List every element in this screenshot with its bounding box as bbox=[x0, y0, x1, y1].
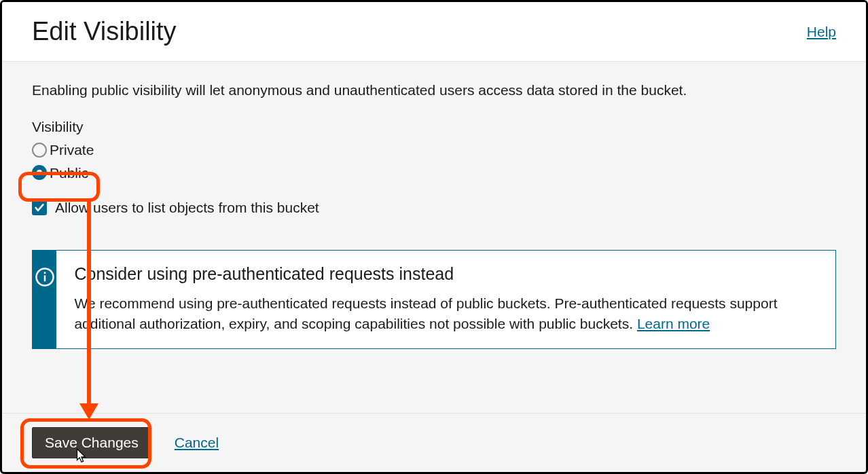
intro-text: Enabling public visibility will let anon… bbox=[32, 82, 836, 98]
radio-icon-selected bbox=[32, 165, 47, 180]
dialog-body: Enabling public visibility will let anon… bbox=[2, 62, 866, 413]
radio-icon bbox=[32, 143, 47, 158]
allow-list-objects-label: Allow users to list objects from this bu… bbox=[55, 200, 319, 216]
info-content: Consider using pre-authenticated request… bbox=[56, 251, 835, 348]
info-body: We recommend using pre-authenticated req… bbox=[74, 293, 818, 335]
checkbox-checked-icon bbox=[32, 200, 47, 215]
save-changes-button[interactable]: Save Changes bbox=[32, 427, 151, 458]
help-link[interactable]: Help bbox=[807, 24, 836, 40]
cancel-link[interactable]: Cancel bbox=[175, 435, 219, 451]
info-icon bbox=[33, 251, 56, 348]
radio-public[interactable]: Public bbox=[32, 162, 836, 184]
radio-private-label: Private bbox=[50, 139, 94, 161]
radio-private[interactable]: Private bbox=[32, 139, 836, 161]
visibility-group-label: Visibility bbox=[32, 119, 836, 135]
radio-public-label: Public bbox=[50, 162, 88, 184]
learn-more-link[interactable]: Learn more bbox=[637, 316, 710, 331]
dialog-title: Edit Visibility bbox=[32, 17, 177, 46]
svg-point-2 bbox=[43, 272, 46, 274]
info-panel: Consider using pre-authenticated request… bbox=[32, 250, 836, 349]
edit-visibility-dialog: Edit Visibility Help Enabling public vis… bbox=[0, 0, 868, 474]
dialog-footer: Save Changes Cancel bbox=[2, 413, 866, 472]
info-title: Consider using pre-authenticated request… bbox=[74, 264, 818, 284]
allow-list-objects-checkbox[interactable]: Allow users to list objects from this bu… bbox=[32, 200, 836, 216]
dialog-header: Edit Visibility Help bbox=[2, 2, 866, 62]
